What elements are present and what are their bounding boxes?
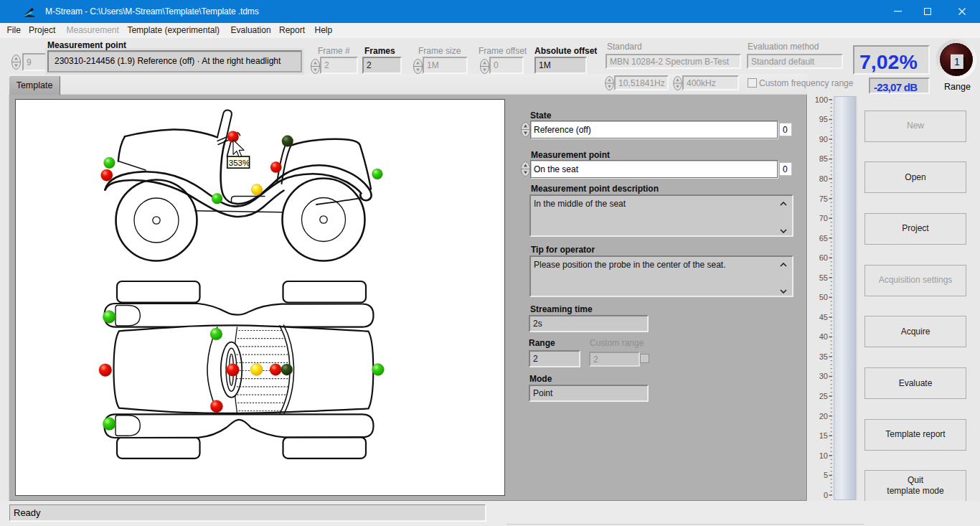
svg-text:60: 60 (819, 253, 828, 262)
svg-text:10: 10 (819, 451, 828, 460)
svg-text:25: 25 (819, 392, 828, 400)
svg-text:5: 5 (824, 471, 828, 479)
svg-text:0: 0 (824, 491, 828, 499)
svg-text:95: 95 (819, 115, 828, 123)
svg-text:90: 90 (819, 135, 828, 144)
svg-text:1: 1 (954, 56, 960, 67)
svg-text:30: 30 (819, 372, 828, 380)
svg-text:85: 85 (819, 154, 828, 163)
svg-text:15: 15 (819, 431, 828, 440)
svg-text:75: 75 (819, 194, 828, 203)
svg-text:45: 45 (819, 313, 828, 321)
svg-text:55: 55 (819, 273, 828, 282)
svg-text:70: 70 (819, 214, 828, 222)
svg-text:65: 65 (819, 234, 828, 243)
svg-text:20: 20 (819, 412, 828, 421)
svg-text:100: 100 (815, 95, 828, 104)
svg-text:35: 35 (819, 352, 828, 361)
svg-text:50: 50 (819, 293, 828, 301)
svg-text:80: 80 (819, 174, 828, 183)
svg-text:353%: 353% (229, 159, 250, 167)
svg-text:40: 40 (819, 332, 828, 341)
